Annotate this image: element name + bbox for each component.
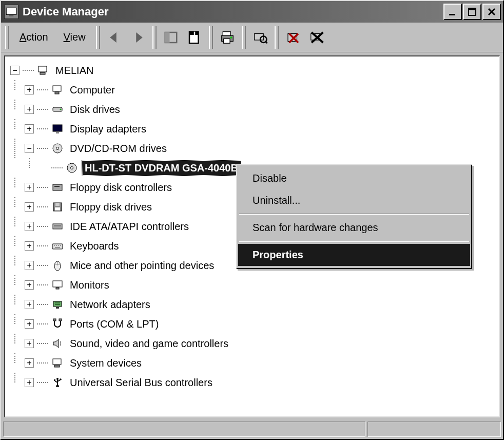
tree-item-label: IDE ATA/ATAPI controllers — [68, 220, 191, 234]
tree-item-label: Monitors — [68, 278, 111, 292]
monitor-icon — [50, 278, 65, 292]
svg-rect-0 — [6, 8, 16, 14]
tree-item-label: Ports (COM & LPT) — [68, 317, 161, 331]
toolbar-grip — [242, 26, 246, 49]
maximize-button[interactable] — [463, 4, 481, 20]
forward-button[interactable] — [127, 26, 149, 49]
dvd-icon — [65, 161, 79, 175]
svg-rect-21 — [55, 92, 59, 94]
svg-rect-9 — [193, 31, 195, 34]
menu-action[interactable]: Action — [12, 29, 55, 45]
svg-rect-38 — [53, 281, 62, 287]
computer-icon — [50, 83, 65, 97]
show-hide-console-tree-button[interactable] — [160, 26, 182, 49]
expand-icon[interactable]: + — [25, 339, 34, 348]
svg-point-27 — [56, 147, 59, 150]
properties-toolbar-button[interactable] — [183, 26, 206, 49]
tree-item[interactable]: +Computer — [25, 80, 497, 100]
titlebar: Device Manager — [1, 1, 503, 23]
toolbar: Action View — [1, 23, 503, 52]
tree-root-node[interactable]: − MELIAN — [10, 61, 497, 80]
svg-rect-36 — [52, 244, 63, 249]
expand-icon[interactable]: + — [25, 85, 34, 94]
minimize-button[interactable] — [443, 4, 462, 20]
context-separator — [239, 241, 469, 242]
app-icon — [4, 5, 18, 19]
svg-rect-35 — [53, 224, 62, 229]
tree-item[interactable]: −DVD/CD-ROM drives — [25, 139, 497, 158]
tree-item-label: Universal Serial Bus controllers — [68, 376, 215, 390]
port-icon — [50, 317, 65, 331]
context-menu: Disable Uninstall... Scan for hardware c… — [236, 164, 472, 269]
svg-rect-1 — [9, 15, 14, 16]
expand-icon[interactable]: + — [25, 105, 34, 114]
tree-item[interactable]: +Sound, video and game controllers — [25, 334, 497, 353]
svg-rect-44 — [53, 359, 61, 365]
display-icon — [50, 122, 65, 136]
tree-item-label: Sound, video and game controllers — [68, 337, 230, 351]
tree-item[interactable]: +Ports (COM & LPT) — [25, 314, 497, 334]
uninstall-button[interactable] — [282, 26, 304, 49]
tree-item-label: Display adapters — [68, 122, 148, 136]
dvd-icon — [50, 142, 65, 155]
expand-icon[interactable]: + — [25, 124, 34, 133]
toolbar-grip — [209, 26, 213, 49]
collapse-icon[interactable]: − — [10, 66, 20, 75]
context-properties[interactable]: Properties — [238, 244, 470, 266]
expand-icon[interactable]: + — [25, 222, 34, 231]
context-scan-hardware[interactable]: Scan for hardware changes — [238, 217, 470, 239]
tree-item-label: Disk drives — [68, 103, 122, 117]
tree-item[interactable]: +Network adapters — [25, 295, 497, 314]
expand-icon[interactable]: + — [25, 300, 34, 309]
svg-rect-45 — [54, 365, 60, 367]
statusbar — [1, 420, 503, 439]
collapse-icon[interactable]: − — [25, 144, 34, 153]
expand-icon[interactable]: + — [25, 241, 34, 251]
tree-item-label: Floppy disk drives — [68, 200, 154, 214]
tree-item[interactable]: +Universal Serial Bus controllers — [25, 373, 497, 392]
svg-rect-31 — [54, 186, 60, 187]
tree-item[interactable]: +Display adapters — [25, 119, 497, 139]
expand-icon[interactable]: + — [25, 358, 34, 368]
tree-item-label: System devices — [68, 356, 144, 370]
tree-item-label: Keyboards — [68, 239, 121, 253]
print-button[interactable] — [216, 26, 239, 49]
expand-icon[interactable]: + — [25, 378, 34, 387]
expand-icon[interactable]: + — [25, 202, 34, 212]
expand-icon[interactable]: + — [25, 319, 34, 329]
toolbar-grip — [5, 26, 9, 49]
svg-rect-12 — [223, 39, 230, 43]
scan-hardware-button[interactable] — [249, 26, 272, 49]
svg-rect-18 — [38, 66, 47, 72]
svg-rect-2 — [449, 14, 455, 15]
context-disable[interactable]: Disable — [238, 167, 470, 189]
status-cell — [367, 422, 501, 437]
ide-icon — [50, 220, 65, 233]
toolbar-grip — [152, 26, 157, 49]
svg-rect-33 — [55, 203, 60, 206]
tree-item-label: HL-DT-ST DVDRAM GSA-4040B — [82, 161, 241, 176]
tree-item[interactable]: +Monitors — [25, 275, 497, 295]
expand-icon[interactable]: + — [25, 261, 34, 270]
svg-point-29 — [71, 167, 73, 169]
svg-point-48 — [60, 378, 62, 380]
system-icon — [50, 356, 65, 370]
tree-item-label: Floppy disk controllers — [68, 181, 174, 195]
close-button[interactable] — [482, 4, 501, 20]
tree-item[interactable]: +Disk drives — [25, 100, 497, 119]
sound-icon — [50, 337, 65, 350]
menu-view[interactable]: View — [56, 29, 93, 45]
expand-icon[interactable]: + — [25, 280, 34, 290]
toolbar-grip — [96, 26, 100, 49]
device-tree-pane[interactable]: − MELIAN +Computer+Disk drives+Display a… — [4, 55, 500, 417]
tree-item-label: Mice and other pointing devices — [68, 259, 216, 273]
back-button[interactable] — [103, 26, 126, 49]
expand-icon[interactable]: + — [25, 183, 34, 192]
svg-rect-25 — [56, 132, 59, 133]
tree-item-label: Network adapters — [68, 298, 152, 312]
svg-rect-19 — [40, 72, 45, 74]
disable-button[interactable] — [305, 26, 328, 49]
context-uninstall[interactable]: Uninstall... — [238, 189, 470, 212]
svg-point-13 — [230, 36, 232, 39]
tree-item[interactable]: +System devices — [25, 353, 497, 373]
